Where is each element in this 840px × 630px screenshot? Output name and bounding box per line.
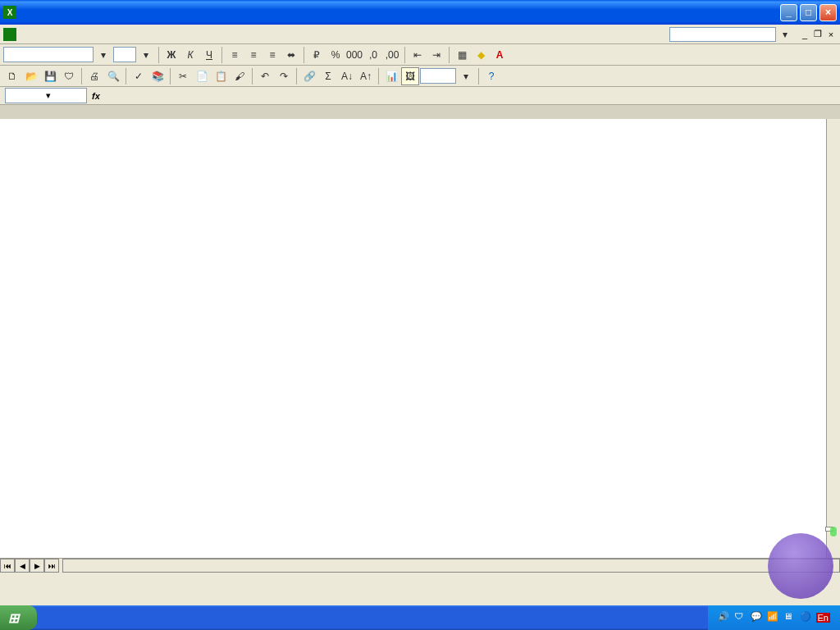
ask-dropdown-icon[interactable]: ▾ <box>776 25 794 43</box>
percent-button[interactable]: % <box>326 46 345 64</box>
fx-icon[interactable]: fx <box>92 91 100 101</box>
increase-decimal-button[interactable]: ,0 <box>364 46 382 64</box>
name-box[interactable]: ▾ <box>5 88 87 103</box>
sort-asc-button[interactable]: A↓ <box>338 67 356 85</box>
drawing-button[interactable]: 🖼 <box>401 67 419 85</box>
tray-icon[interactable]: 🔵 <box>800 611 813 624</box>
sort-desc-button[interactable]: A↑ <box>357 67 375 85</box>
font-size-input[interactable] <box>113 47 136 62</box>
excel-small-icon <box>3 28 16 41</box>
lang-en-indicator[interactable]: En <box>816 613 830 623</box>
print-preview-button[interactable]: 🔍 <box>104 67 122 85</box>
align-right-button[interactable]: ≡ <box>263 46 281 64</box>
sheet-tabs-bar: ⏮ ◀ ▶ ⏭ <box>0 558 840 573</box>
new-button[interactable]: 🗋 <box>3 67 21 85</box>
currency-button[interactable]: ₽ <box>308 46 326 64</box>
tray-icon[interactable]: 🖥 <box>783 611 797 624</box>
print-button[interactable]: 🖨 <box>85 67 103 85</box>
tray-icon[interactable]: 🛡 <box>734 611 747 624</box>
fill-color-button[interactable]: ◆ <box>472 46 490 64</box>
format-painter-button[interactable]: 🖌 <box>231 67 249 85</box>
workbook-close-button[interactable]: × <box>825 29 837 40</box>
taskbar: ⊞ 🔊 🛡 💬 📶 🖥 🔵 En <box>0 605 840 630</box>
ask-question-input[interactable] <box>669 27 776 42</box>
formatting-toolbar: ▾ ▾ Ж К Ч ≡ ≡ ≡ ⬌ ₽ % 000 ,0 ,00 ⇤ ⇥ ▦ ◆… <box>0 44 840 66</box>
formula-bar: ▾ fx <box>0 87 840 105</box>
tray-icon[interactable]: 📶 <box>767 611 780 624</box>
help-button[interactable]: ? <box>482 67 500 85</box>
excel-icon: X <box>3 6 16 19</box>
tray-icon[interactable]: 🔊 <box>718 611 731 624</box>
permission-button[interactable]: 🛡 <box>60 67 78 85</box>
font-name-dropdown-icon[interactable]: ▾ <box>94 46 112 64</box>
paste-button[interactable]: 📋 <box>212 67 230 85</box>
bold-button[interactable]: Ж <box>162 46 180 64</box>
copy-button[interactable]: 📄 <box>193 67 211 85</box>
tray-icon[interactable]: 💬 <box>751 611 764 624</box>
undo-button[interactable]: ↶ <box>256 67 274 85</box>
menu-bar: ▾ _ ❐ × <box>0 25 840 44</box>
align-center-button[interactable]: ≡ <box>244 46 262 64</box>
chart-wizard-button[interactable]: 📊 <box>382 67 400 85</box>
save-button[interactable]: 💾 <box>41 67 59 85</box>
open-button[interactable]: 📂 <box>22 67 40 85</box>
window-titlebar: X _ □ × <box>0 0 840 25</box>
workbook-restore-button[interactable]: ❐ <box>812 29 824 40</box>
underline-button[interactable]: Ч <box>200 46 218 64</box>
horizontal-scrollbar[interactable] <box>62 559 840 573</box>
minimize-button[interactable]: _ <box>780 4 797 21</box>
hyperlink-button[interactable]: 🔗 <box>300 67 318 85</box>
comma-style-button[interactable]: 000 <box>345 46 363 64</box>
workbook-minimize-button[interactable]: _ <box>799 29 810 40</box>
tab-nav-next[interactable]: ▶ <box>30 559 44 573</box>
close-button[interactable]: × <box>819 4 837 21</box>
megafon-widget[interactable] <box>768 533 833 599</box>
italic-button[interactable]: К <box>181 46 199 64</box>
research-button[interactable]: 📚 <box>148 67 167 85</box>
decrease-indent-button[interactable]: ⇤ <box>409 46 427 64</box>
decrease-decimal-button[interactable]: ,00 <box>383 46 401 64</box>
system-tray[interactable]: 🔊 🛡 💬 📶 🖥 🔵 En <box>708 605 840 630</box>
font-size-dropdown-icon[interactable]: ▾ <box>137 46 155 64</box>
tab-nav-first[interactable]: ⏮ <box>0 559 15 573</box>
zoom-dropdown-icon[interactable]: ▾ <box>457 67 475 85</box>
maximize-button[interactable]: □ <box>800 4 817 21</box>
redo-button[interactable]: ↷ <box>275 67 293 85</box>
borders-button[interactable]: ▦ <box>453 46 471 64</box>
start-button[interactable]: ⊞ <box>0 605 37 630</box>
font-name-input[interactable] <box>3 47 94 62</box>
zoom-input[interactable] <box>420 68 456 84</box>
standard-toolbar: 🗋 📂 💾 🛡 🖨 🔍 ✓ 📚 ✂ 📄 📋 🖌 ↶ ↷ 🔗 Σ A↓ A↑ 📊 … <box>0 66 840 87</box>
spreadsheet-grid: ⏮ ◀ ▶ ⏭ <box>0 105 840 573</box>
align-left-button[interactable]: ≡ <box>226 46 244 64</box>
font-color-button[interactable]: A <box>491 46 509 64</box>
merge-center-button[interactable]: ⬌ <box>282 46 300 64</box>
tab-nav-last[interactable]: ⏭ <box>44 559 59 573</box>
cut-button[interactable]: ✂ <box>174 67 192 85</box>
autosum-button[interactable]: Σ <box>319 67 337 85</box>
increase-indent-button[interactable]: ⇥ <box>427 46 445 64</box>
vertical-scrollbar[interactable] <box>826 119 840 558</box>
spelling-button[interactable]: ✓ <box>130 67 148 85</box>
tab-nav-prev[interactable]: ◀ <box>15 559 30 573</box>
